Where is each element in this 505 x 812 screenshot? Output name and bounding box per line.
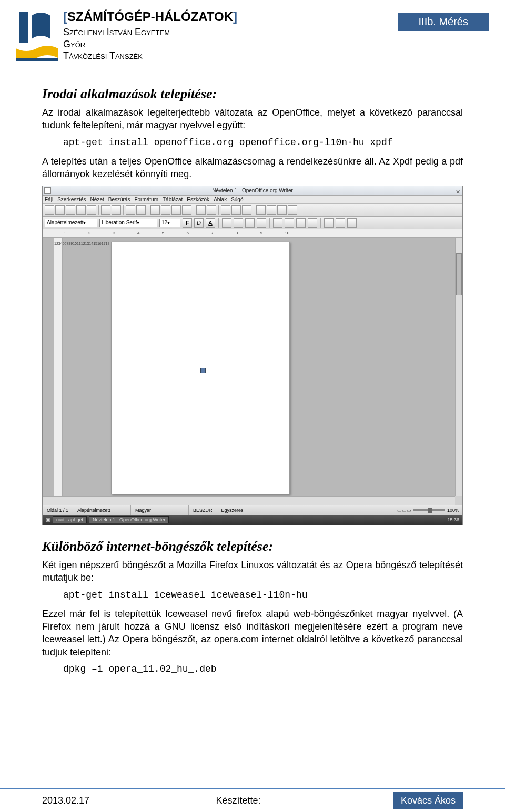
- zoom-slider[interactable]: [413, 509, 445, 511]
- align-justify-icon[interactable]: [257, 218, 266, 228]
- cursor-icon: [200, 368, 206, 373]
- fontcolor-icon[interactable]: [324, 218, 334, 228]
- print-icon[interactable]: [101, 205, 110, 215]
- align-center-icon[interactable]: [234, 218, 243, 228]
- document-footer: 2013.02.17 Készítette: Kovács Ákos: [0, 788, 505, 812]
- code-block: apt-get install openoffice.org openoffic…: [63, 137, 463, 148]
- menu-item[interactable]: Beszúrás: [108, 197, 130, 202]
- gallery-icon[interactable]: [242, 205, 251, 215]
- taskbar-item[interactable]: root : apt-get: [53, 516, 87, 523]
- save-icon[interactable]: [66, 205, 75, 215]
- standard-toolbar: [43, 204, 462, 217]
- window-title: Névtelen 1 - OpenOffice.org Writer: [212, 188, 293, 193]
- menu-item[interactable]: Eszközök: [187, 197, 209, 202]
- university-logo: [16, 9, 58, 62]
- svg-rect-2: [16, 58, 58, 61]
- style-combo[interactable]: Alapértelmezett ▾: [45, 219, 97, 227]
- autospell-icon[interactable]: [136, 205, 146, 215]
- menu-item[interactable]: Nézet: [90, 197, 104, 202]
- document-header: [SZÁMÍTÓGÉP-HÁLÓZATOK] Széchenyi István …: [0, 0, 505, 62]
- bgcolor-icon[interactable]: [347, 218, 357, 228]
- openoffice-screenshot: Névtelen 1 - OpenOffice.org Writer ✕ Fáj…: [42, 186, 463, 525]
- menu-item[interactable]: Fájl: [45, 197, 53, 202]
- vertical-scrollbar[interactable]: [455, 238, 462, 496]
- taskbar-clock: 15:36: [447, 517, 459, 522]
- close-icon[interactable]: ✕: [456, 187, 460, 197]
- document-page[interactable]: [111, 242, 290, 494]
- svg-rect-1: [19, 12, 28, 43]
- list-num-icon[interactable]: [273, 218, 282, 228]
- highlight-icon[interactable]: [336, 218, 345, 228]
- help-icon[interactable]: [288, 205, 297, 215]
- body-paragraph: Az irodai alkalmazások legelterjedtebb v…: [42, 106, 463, 132]
- menu-item[interactable]: Táblázat: [163, 197, 183, 202]
- measurement-badge: IIIb. Mérés: [398, 13, 489, 31]
- viewlayout-icon[interactable]: ▭▭▭: [397, 508, 411, 513]
- align-left-icon[interactable]: [222, 218, 231, 228]
- spellcheck-icon[interactable]: [126, 205, 135, 215]
- redo-icon[interactable]: [207, 205, 216, 215]
- table-icon[interactable]: [231, 205, 241, 215]
- hyperlink-icon[interactable]: [221, 205, 230, 215]
- document-content: Irodai alkalmazások telepítése: Az iroda…: [0, 62, 505, 674]
- pdf-icon[interactable]: [87, 205, 96, 215]
- font-combo[interactable]: Liberation Serif ▾: [99, 219, 157, 227]
- indent-inc-icon[interactable]: [308, 218, 317, 228]
- fontsize-combo[interactable]: 12 ▾: [159, 219, 180, 227]
- body-paragraph: Ezzel már fel is telepítettük Iceweasel …: [42, 608, 463, 659]
- open-icon[interactable]: [55, 205, 65, 215]
- status-page[interactable]: Oldal 1 / 1: [43, 505, 73, 515]
- section-heading: Irodai alkalmazások telepítése:: [42, 86, 463, 102]
- os-taskbar[interactable]: ▣ root : apt-get Névtelen 1 - OpenOffice…: [43, 515, 462, 525]
- menu-item[interactable]: Ablak: [214, 197, 227, 202]
- prepared-by-label: Készítette:: [216, 795, 261, 806]
- horizontal-ruler[interactable]: 1· 2· 3· 4· 5· 6· 7· 8· 9· 10: [43, 229, 462, 238]
- vertical-ruler[interactable]: 1 2 3 4 5 6 7 8 9 10 11 12 13 14 15 16 1…: [54, 238, 63, 496]
- author-badge: Kovács Ákos: [393, 792, 463, 809]
- formatbrush-icon[interactable]: [182, 205, 191, 215]
- list-bullet-icon[interactable]: [285, 218, 294, 228]
- university-city: Győr: [63, 38, 489, 50]
- status-lang[interactable]: Magyar: [131, 505, 189, 515]
- menu-bar[interactable]: Fájl Szerkesztés Nézet Beszúrás Formátum…: [43, 196, 462, 204]
- underline-icon[interactable]: A: [206, 218, 215, 228]
- status-bar: Oldal 1 / 1 Alapértelmezett Magyar BESZÚ…: [43, 505, 462, 515]
- menu-item[interactable]: Súgó: [231, 197, 243, 202]
- preview-icon[interactable]: [112, 205, 121, 215]
- section-heading: Különböző internet-böngészők telepítése:: [42, 539, 463, 554]
- undo-icon[interactable]: [196, 205, 206, 215]
- body-paragraph: Két igen népszerű böngészőt a Mozilla Fi…: [42, 559, 463, 584]
- indent-dec-icon[interactable]: [296, 218, 306, 228]
- status-style[interactable]: Alapértelmezett: [73, 505, 131, 515]
- cut-icon[interactable]: [150, 205, 160, 215]
- menu-item[interactable]: Formátum: [134, 197, 158, 202]
- new-icon[interactable]: [45, 205, 54, 215]
- horizontal-scrollbar[interactable]: [43, 496, 455, 505]
- paste-icon[interactable]: [171, 205, 181, 215]
- status-select[interactable]: Egyszeres: [217, 505, 248, 515]
- find-icon[interactable]: [256, 205, 266, 215]
- code-block: apt-get install iceweasel iceweasel-l10n…: [63, 590, 463, 600]
- scrollbar-thumb[interactable]: [456, 253, 462, 295]
- document-canvas[interactable]: 1 2 3 4 5 6 7 8 9 10 11 12 13 14 15 16 1…: [43, 238, 462, 496]
- bold-icon[interactable]: F: [183, 218, 192, 228]
- mail-icon[interactable]: [76, 205, 86, 215]
- window-titlebar[interactable]: Névtelen 1 - OpenOffice.org Writer ✕: [43, 186, 462, 196]
- format-toolbar: Alapértelmezett ▾ Liberation Serif ▾ 12 …: [43, 217, 462, 229]
- zoom-icon[interactable]: [277, 205, 287, 215]
- navigator-icon[interactable]: [267, 205, 276, 215]
- menu-item[interactable]: Szerkesztés: [57, 197, 86, 202]
- zoom-value[interactable]: 100%: [447, 508, 459, 513]
- taskbar-item[interactable]: Névtelen 1 - OpenOffice.org Writer: [89, 516, 169, 523]
- code-block: dpkg –i opera_11.02_hu_.deb: [63, 664, 463, 674]
- copy-icon[interactable]: [161, 205, 170, 215]
- university-dept: Távközlési Tanszék: [63, 50, 489, 62]
- window-icon: [44, 187, 51, 194]
- footer-date: 2013.02.17: [42, 795, 89, 806]
- start-icon[interactable]: ▣: [46, 517, 50, 522]
- italic-icon[interactable]: D: [194, 218, 204, 228]
- status-insert[interactable]: BESZÚR: [189, 505, 217, 515]
- body-paragraph: A telepítés után a teljes OpenOffice alk…: [42, 155, 463, 181]
- align-right-icon[interactable]: [245, 218, 255, 228]
